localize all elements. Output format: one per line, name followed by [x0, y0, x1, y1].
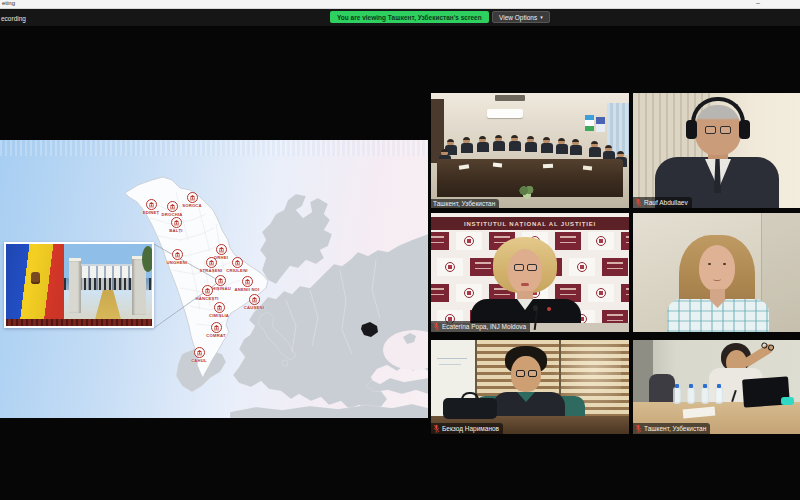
- video-tile-bekzod[interactable]: Бекзод Нариманов: [431, 340, 629, 434]
- headphone-cup-left: [686, 120, 697, 139]
- view-options-button[interactable]: View Options ▾: [492, 11, 550, 23]
- inset-photo: [4, 242, 154, 328]
- map-marker-ungheni: UNGHENI: [172, 249, 184, 261]
- laptop-bag: [443, 398, 497, 419]
- muted-mic-icon: [433, 424, 440, 433]
- minimize-button[interactable]: –: [756, 0, 760, 6]
- participant-name-label: Ташкент, Узбекистан: [633, 423, 710, 434]
- window-title: eting: [2, 0, 15, 6]
- meeting-topbar: ecording You are viewing Ташкент, Узбеки…: [0, 9, 800, 26]
- participant-name-label: Rauf Abdullaev: [633, 197, 692, 208]
- video-tile-rauf[interactable]: Rauf Abdullaev: [633, 93, 800, 208]
- trees: [142, 246, 152, 272]
- papers: [543, 164, 553, 169]
- lips: [521, 283, 529, 286]
- lapel-pin: [547, 307, 551, 311]
- inj-banner: INSTITUTUL NAȚIONAL AL JUSTIȚIEI: [431, 217, 629, 230]
- participant-name: Бекзод Нариманов: [442, 425, 499, 432]
- map-marker-cahul: CAHUL: [194, 347, 206, 359]
- eyeglasses: [512, 264, 538, 272]
- whiteboard-mark: [437, 358, 467, 359]
- view-options-label: View Options: [499, 14, 537, 21]
- person-face: [699, 245, 735, 291]
- map-marker-bălți: BĂLȚI: [171, 217, 183, 229]
- participant-name-label: Ecaterina Popa, INJ Moldova: [431, 321, 530, 332]
- map-marker-căușeni: CĂUȘENI: [249, 294, 261, 306]
- muted-mic-icon: [433, 322, 440, 331]
- eyeglasses: [514, 370, 538, 378]
- participant-name: Ташкент, Узбекистан: [433, 200, 495, 207]
- participant-name: Ecaterina Popa, INJ Moldova: [442, 323, 526, 330]
- water-bottle: [673, 387, 681, 404]
- papers: [493, 163, 502, 168]
- video-tile-conference-room[interactable]: Ташкент, Узбекистан: [431, 93, 629, 208]
- inj-banner-text: INSTITUTUL NAȚIONAL AL JUSTIȚIEI: [464, 221, 596, 227]
- muted-mic-icon: [635, 424, 642, 433]
- participant-name-label: Ташкент, Узбекистан: [431, 199, 499, 208]
- water-bottle: [687, 387, 695, 404]
- map-marker-orhei: ORHEI: [216, 244, 228, 256]
- shared-screen: EDINEȚSOROCADROCHIABĂLȚIUNGHENIORHEISTRĂ…: [0, 140, 428, 418]
- map-marker-edineț: EDINEȚ: [146, 199, 158, 211]
- highlighter: [781, 397, 794, 405]
- smile: [713, 277, 721, 281]
- participant-name: Ташкент, Узбекистан: [644, 425, 706, 432]
- map-marker-anenii-noi: ANENII NOI: [242, 276, 254, 288]
- map-marker-soroca: SOROCA: [187, 192, 199, 204]
- mic-capsule: [533, 305, 538, 311]
- bag-handle: [461, 392, 479, 401]
- eyeglasses: [703, 126, 733, 135]
- map-marker-hâncești: HÂNCEȘTI: [202, 285, 214, 297]
- video-tile-ecaterina[interactable]: INSTITUTUL NAȚIONAL AL JUSTIȚIEI Ecateri…: [431, 213, 629, 332]
- participant-name: Rauf Abdullaev: [644, 199, 688, 206]
- video-tile-participant[interactable]: [633, 213, 800, 332]
- water-bottle: [715, 387, 723, 404]
- map-marker-criuleni: CRIULENI: [232, 257, 244, 269]
- map-marker-comrat: COMRAT: [211, 322, 223, 334]
- institute-photo: [64, 244, 152, 323]
- video-tile-tashkent[interactable]: Ташкент, Узбекистан: [633, 340, 800, 434]
- gate-pillar-left: [69, 258, 81, 313]
- water-bottle: [701, 387, 709, 404]
- eye: [708, 263, 711, 265]
- muted-mic-icon: [635, 198, 642, 207]
- screen-share-banner: You are viewing Ташкент, Узбекистан's sc…: [330, 11, 489, 23]
- headphone-cup-right: [739, 120, 750, 139]
- eye: [723, 263, 726, 265]
- map-marker-drochia: DROCHIA: [167, 201, 179, 213]
- chevron-down-icon: ▾: [540, 15, 543, 20]
- recording-indicator: ecording: [1, 15, 26, 22]
- window-titlebar: eting –: [0, 0, 800, 9]
- fence-strip: [6, 319, 152, 326]
- map-marker-cimișlia: CIMIȘLIA: [214, 302, 226, 314]
- map-marker-chișinău: CHIȘINĂU: [215, 275, 227, 287]
- whiteboard-mark: [439, 364, 461, 365]
- participant-name-label: Бекзод Нариманов: [431, 423, 503, 434]
- moldova-flag: [6, 244, 64, 323]
- screen-share-banner-text: You are viewing Ташкент, Узбекистан's sc…: [337, 14, 482, 21]
- zoom-meeting-window: eting – ecording You are viewing Ташкент…: [0, 0, 800, 500]
- flower-centerpiece: [519, 185, 535, 199]
